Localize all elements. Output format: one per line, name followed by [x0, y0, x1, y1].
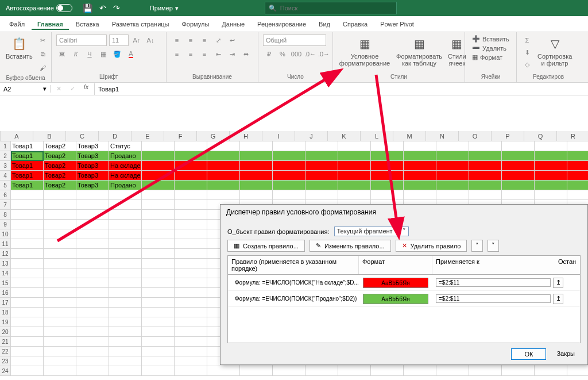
cell[interactable] — [535, 171, 567, 181]
cell[interactable]: Товар2 — [44, 161, 76, 171]
font-size[interactable]: 11 — [109, 34, 129, 46]
cell[interactable] — [175, 347, 207, 356]
redo-icon[interactable]: ↷ — [113, 3, 120, 13]
cell[interactable] — [142, 171, 175, 181]
cell[interactable] — [76, 249, 109, 259]
cell[interactable] — [371, 141, 404, 151]
cell[interactable] — [502, 171, 535, 181]
cell[interactable]: Товар3 — [76, 181, 109, 190]
cell[interactable] — [76, 298, 109, 308]
conditional-formatting-button[interactable]: ▦ Условное форматирование — [338, 34, 392, 68]
cell[interactable] — [11, 366, 44, 376]
cell[interactable] — [207, 181, 240, 190]
fx-icon[interactable]: fx — [80, 83, 92, 95]
cell[interactable]: Товар3 — [76, 171, 109, 181]
cell[interactable] — [109, 259, 142, 268]
cell[interactable] — [109, 190, 142, 200]
cell[interactable] — [142, 249, 175, 259]
tab-insert[interactable]: Вставка — [70, 18, 105, 30]
enter-icon[interactable]: ✓ — [67, 83, 78, 95]
column-header[interactable]: H — [230, 131, 262, 141]
cell[interactable] — [371, 366, 404, 376]
cell[interactable] — [240, 181, 273, 190]
cell[interactable] — [11, 220, 44, 229]
cell[interactable] — [207, 171, 240, 181]
cell[interactable] — [44, 268, 76, 278]
column-header[interactable]: K — [328, 131, 361, 141]
cell[interactable] — [76, 337, 109, 347]
cell[interactable] — [142, 210, 175, 220]
cell[interactable] — [109, 298, 142, 308]
cell[interactable] — [142, 151, 175, 161]
clear-icon[interactable]: ◇ — [521, 59, 533, 70]
cell[interactable] — [44, 249, 76, 259]
cell[interactable] — [142, 308, 175, 317]
cell[interactable] — [142, 239, 175, 249]
cell[interactable] — [502, 151, 535, 161]
row-header[interactable]: 18 — [0, 308, 11, 317]
column-header[interactable]: P — [492, 131, 524, 141]
orientation-icon[interactable]: ⤢ — [212, 34, 224, 46]
cell[interactable] — [404, 190, 436, 200]
row-header[interactable]: 23 — [0, 356, 11, 366]
cell[interactable] — [44, 366, 76, 376]
column-header[interactable]: R — [557, 131, 588, 141]
increase-indent-icon[interactable]: ⇥ — [226, 48, 238, 60]
row-header[interactable]: 3 — [0, 161, 11, 171]
row-header[interactable]: 7 — [0, 200, 11, 210]
cell[interactable] — [175, 259, 207, 268]
cell[interactable]: Товар1 — [11, 181, 44, 190]
italic-icon[interactable]: К — [70, 48, 82, 60]
cell[interactable]: Товар1 — [11, 151, 44, 161]
cell[interactable] — [44, 220, 76, 229]
cell[interactable] — [371, 171, 404, 181]
cell[interactable] — [207, 366, 240, 376]
cell[interactable] — [44, 278, 76, 288]
cell[interactable] — [305, 190, 338, 200]
filename[interactable]: Пример ▾ — [127, 5, 202, 12]
cell[interactable] — [273, 171, 305, 181]
cell[interactable] — [76, 317, 109, 327]
cell[interactable]: Товар2 — [44, 181, 76, 190]
row-header[interactable]: 11 — [0, 239, 11, 249]
cell[interactable] — [175, 151, 207, 161]
range-picker-button[interactable]: ↥ — [553, 278, 563, 288]
cell[interactable] — [175, 161, 207, 171]
sum-icon[interactable]: Σ — [521, 34, 533, 46]
cell[interactable] — [436, 190, 469, 200]
cell[interactable] — [273, 366, 305, 376]
move-down-button[interactable]: ˅ — [488, 240, 499, 252]
delete-cells-button[interactable]: ➖Удалить — [470, 44, 512, 52]
cell[interactable] — [44, 210, 76, 220]
cell[interactable] — [567, 181, 588, 190]
cell[interactable] — [11, 308, 44, 317]
tab-help[interactable]: Справка — [337, 18, 373, 30]
applies-to-input[interactable]: =$2:$11 — [436, 278, 551, 287]
font-name[interactable]: Calibri — [56, 34, 107, 46]
cell[interactable] — [469, 161, 502, 171]
cell[interactable] — [338, 181, 371, 190]
column-header[interactable]: E — [131, 131, 164, 141]
cell[interactable] — [371, 181, 404, 190]
autosave-toggle[interactable]: Автосохранение — [2, 4, 76, 12]
cell[interactable] — [11, 268, 44, 278]
cell[interactable] — [44, 356, 76, 366]
cell[interactable] — [338, 171, 371, 181]
format-cells-button[interactable]: ▦Формат — [470, 53, 512, 62]
tab-formulas[interactable]: Формулы — [176, 18, 215, 30]
fill-icon[interactable]: ⬇ — [521, 47, 533, 58]
cell[interactable]: Товар1 — [11, 171, 44, 181]
cell[interactable] — [142, 366, 175, 376]
cell[interactable] — [109, 278, 142, 288]
cell[interactable]: Товар2 — [44, 151, 76, 161]
name-box[interactable]: A2 ▾ — [0, 85, 51, 93]
cell[interactable] — [273, 151, 305, 161]
row-header[interactable]: 22 — [0, 347, 11, 356]
cell[interactable] — [44, 259, 76, 268]
cell[interactable] — [404, 161, 436, 171]
cell[interactable] — [109, 347, 142, 356]
cell[interactable] — [567, 141, 588, 151]
cell[interactable] — [175, 171, 207, 181]
percent-icon[interactable]: % — [277, 48, 288, 60]
cell[interactable] — [404, 171, 436, 181]
